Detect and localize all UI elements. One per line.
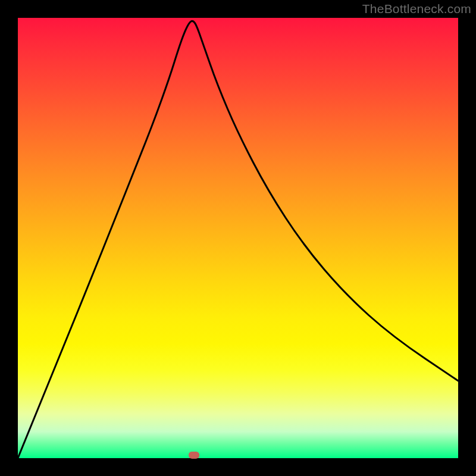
- chart-background-gradient: [18, 18, 458, 458]
- watermark-text: TheBottleneck.com: [362, 2, 471, 16]
- chart-frame: [18, 18, 458, 458]
- optimal-point-marker: [189, 452, 199, 459]
